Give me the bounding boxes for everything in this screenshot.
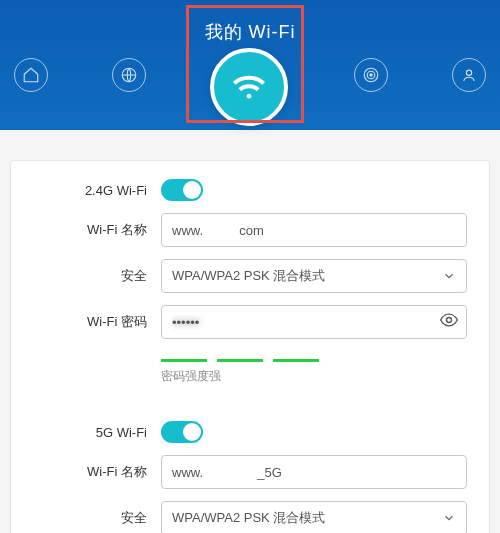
wifi5g-security-value: WPA/WPA2 PSK 混合模式 [172,509,325,527]
home-icon[interactable] [14,58,48,92]
wifi5g-security-label: 安全 [11,509,161,527]
wireless-icon[interactable] [354,58,388,92]
svg-point-3 [370,74,372,76]
wifi24-section-label: 2.4G Wi-Fi [11,183,161,198]
page-title: 我的 Wi-Fi [0,0,500,44]
user-icon[interactable] [452,58,486,92]
password-strength-bars [161,359,467,362]
svg-point-5 [247,94,252,99]
wifi24-security-select[interactable]: WPA/WPA2 PSK 混合模式 [161,259,467,293]
password-strength-label: 密码强度强 [161,368,467,385]
wifi24-password-input[interactable] [161,305,467,339]
chevron-down-icon [442,269,456,283]
svg-point-6 [447,318,452,323]
wifi5g-section-label: 5G Wi-Fi [11,425,161,440]
wifi24-name-input[interactable] [161,213,467,247]
wifi5g-security-select[interactable]: WPA/WPA2 PSK 混合模式 [161,501,467,533]
header-bar: 我的 Wi-Fi [0,0,500,130]
eye-icon[interactable] [439,310,459,334]
wifi24-security-value: WPA/WPA2 PSK 混合模式 [172,267,325,285]
wifi5g-name-label: Wi-Fi 名称 [11,463,161,481]
chevron-down-icon [442,511,456,525]
globe-icon[interactable] [112,58,146,92]
wifi24-name-label: Wi-Fi 名称 [11,221,161,239]
wifi24-security-label: 安全 [11,267,161,285]
svg-point-4 [466,70,471,75]
wifi5g-toggle[interactable] [161,421,203,443]
wifi5g-name-input[interactable] [161,455,467,489]
settings-card: 2.4G Wi-Fi Wi-Fi 名称 安全 WPA/WPA2 PSK 混合模式… [10,160,490,533]
wifi24-toggle[interactable] [161,179,203,201]
wifi-active-icon[interactable] [210,48,288,126]
wifi24-password-label: Wi-Fi 密码 [11,313,161,331]
